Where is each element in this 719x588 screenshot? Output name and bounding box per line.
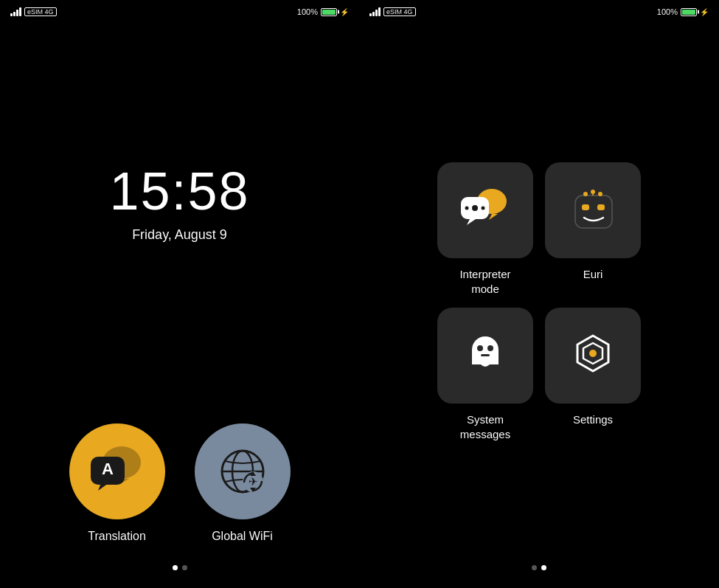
page-dots-left [173, 565, 187, 570]
euri-label: Euri [583, 267, 603, 282]
svg-point-18 [583, 192, 588, 196]
svg-point-14 [482, 207, 485, 210]
svg-point-19 [591, 190, 595, 194]
status-bar-right: eSIM 4G 100% ⚡ [359, 0, 719, 24]
translation-label: Translation [88, 530, 146, 543]
right-screen: eSIM 4G 100% ⚡ [359, 0, 719, 588]
svg-text:✈: ✈ [248, 475, 257, 488]
left-screen: eSIM 4G 100% ⚡ 15:58 Friday, August 9 [0, 0, 359, 588]
system-messages-app[interactable]: Systemmessages [437, 308, 533, 441]
global-wifi-label: Global WiFi [212, 530, 273, 543]
esim-badge-right: eSIM 4G [383, 7, 416, 16]
wifi-icon-circle[interactable]: ✈ [195, 423, 291, 519]
status-left-info: eSIM 4G [10, 7, 57, 16]
dot-2-left [182, 565, 187, 570]
status-left-info-right: eSIM 4G [369, 7, 416, 16]
signal-icon-right [369, 7, 381, 16]
euri-svg-icon [569, 187, 617, 235]
svg-rect-15 [575, 196, 612, 228]
battery-percent-right: 100% [657, 7, 678, 16]
signal-icon [10, 7, 21, 16]
interpreter-mode-label: Interpretermode [459, 267, 510, 296]
global-wifi-app[interactable]: ✈ Global WiFi [195, 423, 291, 543]
dot-1-left [173, 565, 178, 570]
system-messages-icon-box[interactable] [437, 308, 533, 404]
svg-point-12 [472, 205, 478, 211]
wifi-globe-svg-icon: ✈ [215, 443, 271, 499]
system-messages-label: Systemmessages [460, 412, 510, 441]
euri-app[interactable]: Euri [545, 162, 641, 296]
dot-1-right [532, 565, 537, 570]
interpreter-mode-svg-icon [459, 188, 511, 232]
translation-svg-icon: A [88, 446, 147, 497]
left-apps-row: A Translation ✈ [69, 423, 291, 543]
svg-rect-17 [597, 204, 605, 210]
dot-2-right [541, 565, 546, 570]
status-right-info: 100% ⚡ [297, 7, 349, 16]
svg-point-31 [589, 350, 597, 357]
status-right-info-right: 100% ⚡ [657, 7, 709, 16]
interpreter-mode-icon-box[interactable] [437, 162, 533, 258]
battery-icon-right [681, 8, 697, 16]
clock-date: Friday, August 9 [132, 227, 227, 243]
settings-label: Settings [573, 412, 613, 427]
esim-badge-left: eSIM 4G [24, 7, 57, 16]
settings-app[interactable]: Settings [545, 308, 641, 441]
svg-point-27 [487, 345, 493, 351]
system-messages-svg-icon [463, 333, 507, 378]
settings-svg-icon [570, 333, 616, 378]
battery-percent-left: 100% [297, 7, 318, 16]
svg-rect-16 [582, 204, 589, 210]
svg-rect-28 [481, 354, 490, 356]
svg-point-20 [598, 192, 602, 196]
battery-icon-left [321, 8, 337, 16]
bolt-icon-right: ⚡ [700, 8, 709, 16]
svg-point-26 [477, 345, 483, 351]
translation-app[interactable]: A Translation [69, 423, 165, 543]
bolt-icon-left: ⚡ [340, 8, 349, 16]
settings-icon-box[interactable] [545, 308, 641, 404]
interpreter-mode-app[interactable]: Interpretermode [437, 162, 533, 296]
clock-area: 15:58 Friday, August 9 [109, 0, 249, 423]
clock-time: 15:58 [109, 161, 249, 221]
svg-point-13 [465, 207, 469, 210]
right-apps-grid: Interpretermode [415, 38, 663, 565]
euri-icon-box[interactable] [545, 162, 641, 258]
page-dots-right [532, 565, 546, 570]
translation-icon-circle[interactable]: A [69, 423, 165, 519]
svg-text:A: A [102, 460, 114, 478]
